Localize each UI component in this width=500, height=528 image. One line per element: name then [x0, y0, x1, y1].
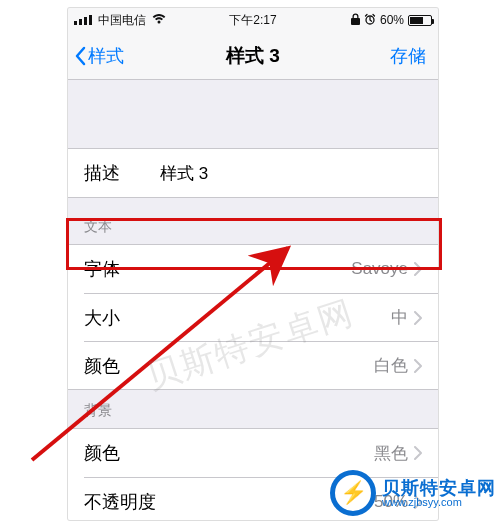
back-label: 样式: [88, 44, 124, 68]
description-row[interactable]: 描述 样式 3: [68, 149, 438, 197]
text-color-value: 白色: [374, 354, 408, 377]
text-group: 字体 Savoye 大小 中 颜色 白色: [68, 244, 438, 390]
status-bar: 中国电信 下午2:17 60%: [68, 8, 438, 32]
chevron-right-icon: [414, 446, 422, 460]
bg-color-value: 黑色: [374, 442, 408, 465]
alarm-icon: [364, 13, 376, 28]
opacity-label: 不透明度: [84, 490, 156, 514]
section-header-text: 文本: [68, 198, 438, 244]
carrier-label: 中国电信: [98, 12, 146, 29]
chevron-right-icon: [414, 495, 422, 509]
text-color-label: 颜色: [84, 354, 120, 378]
lock-icon: [351, 13, 360, 28]
page-title: 样式 3: [226, 43, 280, 69]
battery-percent: 60%: [380, 13, 404, 27]
phone-frame: 中国电信 下午2:17 60% 样式 样式 3 存储 描述: [68, 8, 438, 520]
wifi-icon: [152, 13, 166, 27]
font-row[interactable]: 字体 Savoye: [68, 245, 438, 293]
chevron-left-icon: [74, 46, 86, 66]
font-value: Savoye: [351, 259, 408, 279]
opacity-value: 50%: [374, 492, 408, 512]
save-button[interactable]: 存储: [390, 44, 426, 68]
description-group: 描述 样式 3: [68, 148, 438, 198]
size-value: 中: [391, 306, 408, 329]
size-row[interactable]: 大小 中: [84, 293, 438, 341]
bg-color-label: 颜色: [84, 441, 120, 465]
navigation-bar: 样式 样式 3 存储: [68, 32, 438, 80]
signal-icon: [74, 15, 92, 25]
battery-icon: [408, 15, 432, 26]
chevron-right-icon: [414, 262, 422, 276]
back-button[interactable]: 样式: [74, 32, 124, 79]
background-group: 颜色 黑色 不透明度 50%: [68, 428, 438, 520]
chevron-right-icon: [414, 311, 422, 325]
size-label: 大小: [84, 306, 120, 330]
description-value: 样式 3: [160, 162, 208, 185]
section-header-background: 背景: [68, 390, 438, 428]
opacity-row[interactable]: 不透明度 50%: [84, 477, 438, 520]
bg-color-row[interactable]: 颜色 黑色: [68, 429, 438, 477]
text-color-row[interactable]: 颜色 白色: [84, 341, 438, 389]
description-label: 描述: [84, 161, 120, 185]
chevron-right-icon: [414, 359, 422, 373]
font-label: 字体: [84, 257, 120, 281]
